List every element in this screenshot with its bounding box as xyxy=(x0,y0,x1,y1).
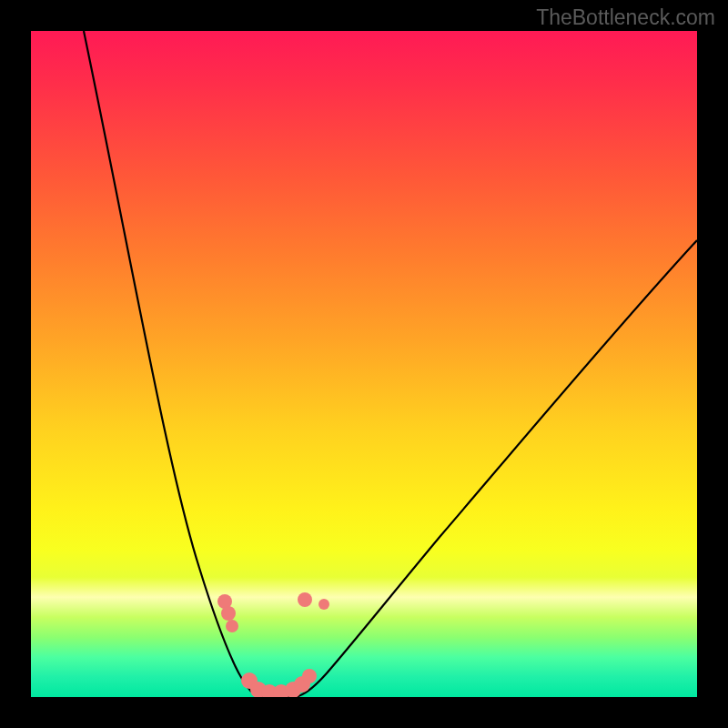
curve-right-curve xyxy=(293,240,697,697)
data-point xyxy=(302,669,317,683)
data-point xyxy=(298,592,312,607)
data-point xyxy=(318,599,329,610)
curve-layer xyxy=(31,31,697,697)
curve-left-curve xyxy=(84,31,261,697)
data-point xyxy=(221,606,236,621)
plot-area xyxy=(31,31,697,697)
chart-frame: TheBottleneck.com xyxy=(0,0,728,728)
data-points xyxy=(217,592,329,697)
watermark-text: TheBottleneck.com xyxy=(536,5,715,30)
bottleneck-curves xyxy=(84,31,697,697)
data-point xyxy=(226,620,238,632)
